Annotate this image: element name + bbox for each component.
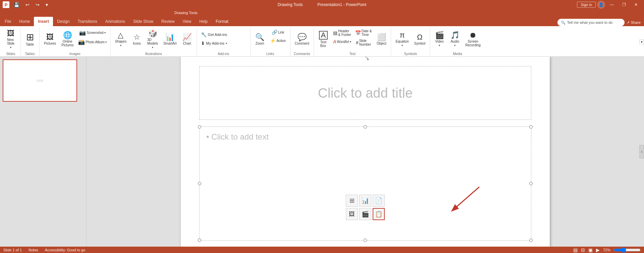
tab-design[interactable]: Design (53, 17, 73, 26)
handle-bottom-center[interactable] (364, 239, 367, 242)
header-footer-button[interactable]: ▤ Header& Footer (331, 28, 353, 38)
action-button[interactable]: ⚡ Action (268, 37, 288, 45)
tab-format[interactable]: Format (212, 17, 232, 26)
qat-undo[interactable]: ↩ (24, 1, 31, 8)
notes-button[interactable]: Notes (29, 248, 38, 252)
text-box-button[interactable]: A TextBox (316, 28, 331, 50)
zoom-level: 72% (603, 248, 610, 252)
comments-label: Comments (292, 52, 312, 56)
view-reading-btn[interactable]: ▣ (588, 247, 593, 253)
table-icon: ⊞ (26, 33, 34, 42)
rotation-handle[interactable] (362, 57, 369, 64)
addins-label: Add-ins (199, 52, 248, 56)
insert-chart-icon[interactable]: 📊 (359, 195, 371, 207)
insert-media-icon-highlighted[interactable]: 📋 (373, 208, 385, 220)
share-button[interactable]: ↗ Share (627, 20, 641, 25)
insert-table-icon[interactable]: ⊞ (346, 195, 358, 207)
sign-in-button[interactable]: Sign in (577, 2, 596, 8)
icons-icon: ☆ (133, 34, 140, 41)
media-label: Media (432, 52, 483, 56)
smartart-icon: 📊 (165, 34, 174, 41)
object-button[interactable]: ⬜ Object (374, 28, 389, 50)
tab-home[interactable]: Home (15, 17, 34, 26)
ribbon-collapse-button[interactable]: ▾ (639, 40, 644, 44)
content-placeholder[interactable]: Click to add text ⊞ 📊 📄 🖼 🎬 📋 (199, 127, 531, 241)
comment-button[interactable]: 💬 Comment (292, 28, 312, 50)
date-time-button[interactable]: 📅 Date &Time (354, 28, 374, 38)
screenshot-button[interactable]: 📷 Screenshot ▾ (76, 28, 108, 37)
powerpoint-logo: P (3, 1, 9, 8)
3d-models-button[interactable]: 🎲 3DModels ▾ (145, 28, 160, 50)
chart-button[interactable]: 📈 Chart (180, 28, 195, 50)
tab-animations[interactable]: Animations (101, 17, 129, 26)
view-slide-sorter-btn[interactable]: ⊟ (581, 247, 585, 253)
qat-customize[interactable]: ▾ (44, 1, 50, 8)
symbols-label: Symbols (393, 52, 428, 56)
tab-insert[interactable]: Insert (34, 17, 53, 26)
link-button[interactable]: 🔗 Link (268, 28, 288, 36)
qat-redo[interactable]: ↪ (34, 1, 41, 8)
symbol-button[interactable]: Ω Symbol (412, 28, 428, 50)
smartart-button[interactable]: 📊 SmartArt (161, 28, 179, 50)
close-button[interactable]: ✕ (631, 0, 641, 9)
screen-recording-button[interactable]: ⏺ ScreenRecording (463, 28, 483, 50)
group-addins: 🔧 Get Add-ins ⬇ My Add-ins ▾ Add-ins (197, 28, 251, 56)
title-placeholder[interactable]: Click to add title (199, 66, 531, 120)
shapes-button[interactable]: △ Shapes ▾ (113, 28, 129, 50)
handle-middle-left[interactable] (198, 182, 201, 185)
tab-view[interactable]: View (178, 17, 195, 26)
tab-row: File Home Insert Design Transitions Anim… (0, 16, 644, 26)
get-addins-icon: 🔧 (201, 32, 207, 37)
link-icon: 🔗 (272, 30, 277, 35)
chart-icon: 📈 (182, 34, 192, 41)
my-addins-icon: ⬇ (201, 41, 205, 46)
restore-button[interactable]: ❐ (619, 0, 629, 9)
slide-show-btn[interactable]: ▶ (596, 247, 600, 253)
tab-help[interactable]: Help (195, 17, 212, 26)
audio-button[interactable]: 🎵 Audio ▾ (447, 28, 462, 50)
tab-file[interactable]: File (1, 17, 15, 26)
links-label: Links (253, 52, 288, 56)
online-pictures-button[interactable]: 🌐 OnlinePictures (59, 28, 76, 50)
panel-collapse-button[interactable]: ‹ (639, 145, 644, 158)
main-editing-area: Click to add title Cli (87, 57, 644, 247)
icons-button[interactable]: ☆ Icons (129, 28, 144, 50)
slide-thumbnail-1[interactable]: 1 slide (3, 59, 84, 102)
handle-top-center[interactable] (364, 125, 367, 129)
insert-smartart-icon[interactable]: 📄 (373, 195, 385, 207)
get-addins-button[interactable]: 🔧 Get Add-ins (199, 31, 229, 38)
zoom-slider[interactable] (614, 248, 641, 252)
equation-button[interactable]: π Equation ▾ (393, 28, 411, 50)
insert-picture-icon[interactable]: 🖼 (346, 208, 358, 220)
handle-bottom-right[interactable] (529, 239, 533, 242)
link-action-col: 🔗 Link ⚡ Action (268, 28, 288, 45)
minimize-button[interactable]: — (606, 0, 617, 9)
slide-number-button[interactable]: # SlideNumber (354, 38, 374, 47)
date-time-icon: 📅 (355, 30, 361, 36)
handle-bottom-left[interactable] (198, 239, 201, 242)
table-button[interactable]: ⊞ Table (22, 28, 37, 50)
tab-transitions[interactable]: Transitions (73, 17, 101, 26)
handle-top-left[interactable] (198, 125, 201, 129)
qat-save[interactable]: 💾 (12, 1, 21, 8)
view-normal-btn[interactable]: ▤ (573, 247, 578, 253)
tab-slide-show[interactable]: Slide Show (129, 17, 157, 26)
group-images-items: 🖼 Pictures 🌐 OnlinePictures 📷 Screenshot… (42, 28, 108, 52)
pictures-button[interactable]: 🖼 Pictures (42, 28, 58, 50)
zoom-button[interactable]: 🔍 Zoom (253, 28, 267, 50)
my-addins-button[interactable]: ⬇ My Add-ins ▾ (199, 40, 229, 47)
wordart-icon: A (333, 39, 336, 44)
handle-top-right[interactable] (529, 125, 533, 129)
new-slide-button[interactable]: 🖼 NewSlide ▾ (3, 28, 18, 50)
slide-canvas[interactable]: Click to add title Cli (181, 57, 550, 247)
handle-middle-right[interactable] (529, 182, 533, 185)
tab-review[interactable]: Review (157, 17, 178, 26)
wordart-button[interactable]: A WordArt ▾ (331, 38, 353, 45)
photo-album-button[interactable]: 📸 Photo Album ▾ (76, 38, 108, 47)
tell-me-box[interactable]: 🔍 Tell me what you want to do (557, 19, 625, 26)
screenshot-photoalbum-col: 📷 Screenshot ▾ 📸 Photo Album ▾ (76, 28, 108, 47)
video-button[interactable]: 🎬 Video ▾ (432, 28, 447, 50)
3d-models-icon: 🎲 (148, 30, 157, 37)
insert-online-video-icon[interactable]: 🎬 (359, 208, 371, 220)
content-insert-icons: ⊞ 📊 📄 🖼 🎬 📋 (346, 195, 385, 220)
